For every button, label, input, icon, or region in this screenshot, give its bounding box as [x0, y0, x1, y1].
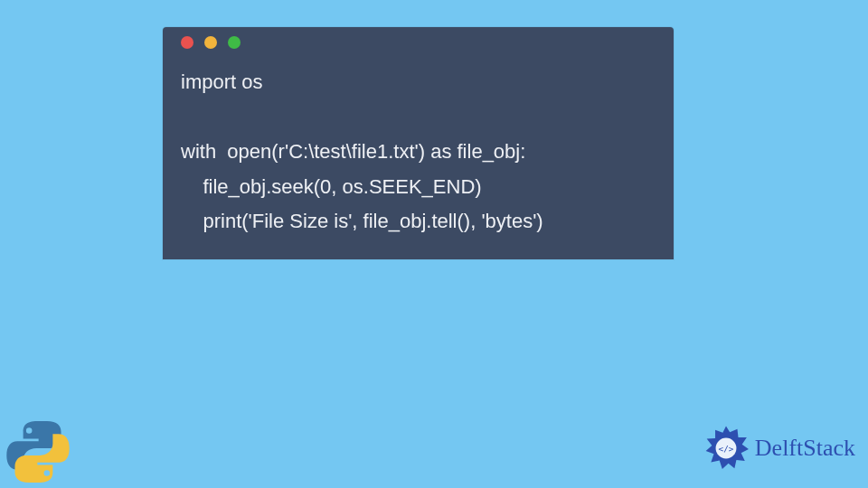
window-titlebar [163, 27, 674, 58]
page-canvas: import os with open(r'C:\test\file1.txt'… [0, 0, 868, 488]
close-icon[interactable] [181, 36, 193, 49]
svg-text:</>: </> [718, 444, 733, 454]
delftstack-brand-name: DelftStack [755, 435, 855, 462]
zoom-icon[interactable] [228, 36, 241, 49]
code-window: import os with open(r'C:\test\file1.txt'… [163, 27, 674, 259]
minimize-icon[interactable] [204, 36, 217, 49]
delftstack-brand: </> DelftStack [703, 425, 855, 472]
code-line: with open(r'C:\test\file1.txt') as file_… [181, 140, 525, 163]
code-block: import os with open(r'C:\test\file1.txt'… [163, 58, 674, 259]
python-logo-icon [5, 419, 71, 484]
code-line: import os [181, 70, 262, 93]
code-line: file_obj.seek(0, os.SEEK_END) [181, 175, 482, 198]
code-line: print('File Size is', file_obj.tell(), '… [181, 210, 543, 232]
delftstack-logo-icon: </> [703, 425, 750, 472]
